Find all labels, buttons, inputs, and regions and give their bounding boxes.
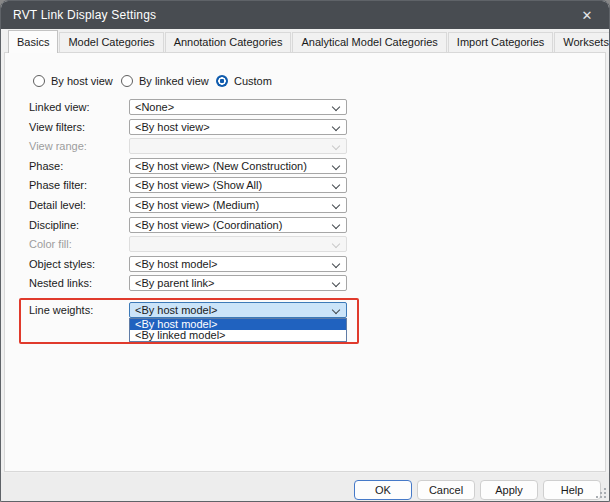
close-icon[interactable]: ✕ bbox=[569, 1, 605, 29]
radio-by-host-view[interactable]: By host view bbox=[33, 74, 113, 88]
linked-view-select[interactable]: <None> bbox=[129, 99, 347, 115]
combo-value: <None> bbox=[135, 101, 174, 113]
view-filters-label: View filters: bbox=[29, 119, 85, 135]
chevron-down-icon bbox=[332, 123, 340, 131]
linked-view-label: Linked view: bbox=[29, 99, 90, 115]
discipline-select[interactable]: <By host view> (Coordination) bbox=[129, 217, 347, 233]
resize-grip-icon[interactable] bbox=[604, 496, 606, 498]
combo-value: <By host view> (Show All) bbox=[135, 179, 262, 191]
discipline-label: Discipline: bbox=[29, 217, 79, 233]
phase-select[interactable]: <By host view> (New Construction) bbox=[129, 158, 347, 174]
radio-circle-icon[interactable] bbox=[121, 75, 133, 87]
dropdown-option-by-linked-model[interactable]: <By linked model> bbox=[130, 330, 346, 341]
dropdown-option-by-host-model[interactable]: <By host model> bbox=[130, 319, 346, 330]
line-weights-dropdown-list: <By host model> <By linked model> bbox=[129, 318, 347, 342]
detail-level-label: Detail level: bbox=[29, 197, 86, 213]
phase-filter-select[interactable]: <By host view> (Show All) bbox=[129, 177, 347, 193]
window-title: RVT Link Display Settings bbox=[13, 8, 156, 22]
basics-tab-page: By host view By linked view Custom Linke… bbox=[4, 52, 606, 472]
tab-import-categories[interactable]: Import Categories bbox=[448, 32, 553, 52]
apply-button[interactable]: Apply bbox=[480, 480, 538, 500]
radio-selected-icon[interactable] bbox=[216, 75, 228, 87]
nested-links-select[interactable]: <By parent link> bbox=[129, 275, 347, 291]
line-weights-label: Line weights: bbox=[29, 302, 93, 318]
detail-level-select[interactable]: <By host view> (Medium) bbox=[129, 197, 347, 213]
object-styles-select[interactable]: <By host model> bbox=[129, 256, 347, 272]
radio-circle-icon[interactable] bbox=[33, 75, 45, 87]
chevron-down-icon bbox=[332, 279, 340, 287]
phase-filter-label: Phase filter: bbox=[29, 177, 87, 193]
view-range-select bbox=[129, 138, 347, 154]
combo-value: <By host model> bbox=[135, 304, 218, 316]
chevron-down-icon bbox=[332, 201, 340, 209]
chevron-down-icon bbox=[332, 240, 340, 248]
color-fill-label: Color fill: bbox=[29, 236, 72, 252]
phase-label: Phase: bbox=[29, 158, 63, 174]
help-button[interactable]: Help bbox=[543, 480, 601, 500]
object-styles-label: Object styles: bbox=[29, 256, 95, 272]
combo-value: <By host view> (Coordination) bbox=[135, 219, 282, 231]
color-fill-select bbox=[129, 236, 347, 252]
combo-value: <By host view> (New Construction) bbox=[135, 160, 307, 172]
radio-label: By host view bbox=[51, 75, 113, 87]
radio-custom[interactable]: Custom bbox=[216, 74, 272, 88]
chevron-down-icon bbox=[332, 103, 340, 111]
radio-by-linked-view[interactable]: By linked view bbox=[121, 74, 209, 88]
title-bar: RVT Link Display Settings ✕ bbox=[1, 1, 609, 29]
combo-value: <By host view> (Medium) bbox=[135, 199, 259, 211]
radio-label: Custom bbox=[234, 75, 272, 87]
chevron-down-icon bbox=[332, 306, 340, 314]
rvt-link-display-settings-dialog: RVT Link Display Settings ✕ Basics Model… bbox=[0, 0, 610, 502]
chevron-down-icon bbox=[332, 142, 340, 150]
chevron-down-icon bbox=[332, 162, 340, 170]
radio-label: By linked view bbox=[139, 75, 209, 87]
combo-value: <By host model> bbox=[135, 258, 218, 270]
tab-annotation-categories[interactable]: Annotation Categories bbox=[165, 32, 292, 52]
chevron-down-icon bbox=[332, 260, 340, 268]
tab-strip: Basics Model Categories Annotation Categ… bbox=[1, 29, 609, 52]
tab-analytical-model-categories[interactable]: Analytical Model Categories bbox=[292, 32, 446, 52]
dialog-footer: OK Cancel Apply Help bbox=[1, 473, 609, 501]
tab-model-categories[interactable]: Model Categories bbox=[59, 32, 163, 52]
nested-links-label: Nested links: bbox=[29, 275, 92, 291]
ok-button[interactable]: OK bbox=[354, 480, 412, 500]
tab-worksets[interactable]: Worksets bbox=[554, 32, 610, 52]
combo-value: <By parent link> bbox=[135, 277, 215, 289]
chevron-down-icon bbox=[332, 181, 340, 189]
chevron-down-icon bbox=[332, 221, 340, 229]
tab-basics[interactable]: Basics bbox=[8, 30, 58, 53]
view-range-label: View range: bbox=[29, 138, 87, 154]
combo-value: <By host view> bbox=[135, 121, 210, 133]
line-weights-select[interactable]: <By host model> bbox=[129, 302, 347, 318]
cancel-button[interactable]: Cancel bbox=[417, 480, 475, 500]
view-filters-select[interactable]: <By host view> bbox=[129, 119, 347, 135]
